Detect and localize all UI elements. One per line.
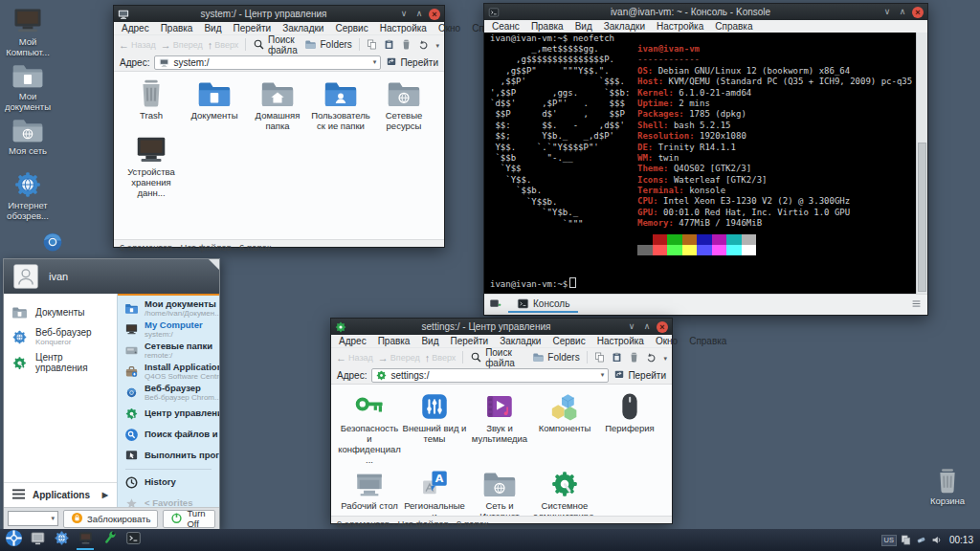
menu-item[interactable]: Окно [656,336,678,346]
kmenu-place-item[interactable]: Мои документы/home/ivan/Докумен... [118,298,219,319]
kmenu-favorite-item[interactable]: Центр управления [4,349,117,376]
go-button[interactable]: Перейти [386,55,438,69]
settings-item[interactable]: Сеть и Интернет [467,468,532,517]
settings-item[interactable]: A Региональные и специальные... [402,468,467,517]
folders-button[interactable]: Folders [532,351,579,364]
forward-button[interactable]: →Вперед [378,352,420,364]
settings-item[interactable]: Звук и мультимедиа [467,390,532,465]
menu-item[interactable]: Вид [421,336,438,346]
menu-item[interactable]: Вид [575,21,592,32]
desktop-icon[interactable]: Мои документы [0,60,56,115]
scrollbar[interactable] [916,33,927,294]
minimize-button[interactable]: ∨ [626,319,637,335]
file-item[interactable]: Сетевые ресурсы [372,77,435,131]
menu-item[interactable]: Настройка [657,21,703,32]
minimize-button[interactable]: ∨ [398,6,410,22]
settings-item[interactable]: Системное администриро... [532,468,597,517]
back-button[interactable]: ←Назад [336,352,373,364]
desktop-icon-trash[interactable]: Корзина [921,467,974,506]
chevron-down-icon[interactable]: ▾ [373,58,377,66]
address-input[interactable]: system:/ ▾ [154,55,381,70]
clock[interactable]: 00:13 [949,535,973,545]
address-input[interactable]: settings:/ ▾ [371,368,609,383]
view-mode-button[interactable]: ▾ [662,352,667,363]
terminal[interactable]: ivan@ivan-vm:~$ neofetch _,met$$$$$gg. ,… [484,33,916,294]
titlebar[interactable]: settings:/ - Центр управления ∨ ∧ × [331,319,672,335]
menu-item[interactable]: Закладки [500,336,541,346]
up-button[interactable]: ↑Вверх [208,39,239,51]
titlebar[interactable]: system:/ - Центр управления ∨ ∧ × [114,6,444,22]
kmenu-place-item[interactable]: < Favorites [118,493,219,507]
session-combobox[interactable]: ▾ [8,511,58,526]
kmenu-place-item[interactable]: Поиск файлов и п... [118,424,219,445]
maximize-button[interactable]: ∧ [641,319,653,335]
close-button[interactable]: × [912,7,924,18]
kmenu-place-item[interactable]: Сетевые папкиremote:/ [118,340,219,361]
maximize-button[interactable]: ∧ [413,6,425,22]
find-file-button[interactable]: Поиск файла [253,34,301,55]
menu-item[interactable]: Справка [715,21,752,32]
maximize-button[interactable]: ∧ [897,4,908,20]
menu-item[interactable]: Закладки [282,23,323,33]
menu-item[interactable]: Вид [204,23,221,33]
undo-button[interactable] [645,351,657,364]
file-item[interactable]: Пользовательск ие папки [309,77,372,131]
undo-button[interactable] [417,38,430,51]
applications-item[interactable]: Applications ▶ [4,482,117,507]
task-active-window[interactable] [75,530,96,550]
desktop-icon[interactable]: Мой Компьют... [0,6,56,60]
forward-button[interactable]: →Вперед [161,39,203,51]
go-button[interactable]: Перейти [613,368,666,382]
settings-item[interactable]: Компоненты [532,390,597,465]
app-menu-button[interactable] [3,530,24,550]
back-button[interactable]: ←Назад [119,39,156,51]
settings-item[interactable]: Рабочий стол [337,468,402,517]
settings-item[interactable]: Внешний вид и темы [402,390,467,465]
kmenu-place-item[interactable]: My Computersystem:/ [118,319,219,340]
menu-item[interactable]: Справка [689,336,726,346]
desktop-icon-web-browser[interactable] [38,228,67,256]
menu-item[interactable]: Адрес [122,23,149,33]
tab-konsole[interactable]: Консоль [508,295,578,313]
keyboard-layout-indicator[interactable]: US [881,535,897,546]
kmenu-favorite-item[interactable]: Веб-браузерKonqueror [4,324,117,349]
turn-off-button[interactable]: Turn Off [163,510,215,528]
find-file-button[interactable]: Поиск файла [470,347,527,368]
folders-button[interactable]: Folders [304,38,351,51]
menu-item[interactable]: Правка [378,336,411,346]
menu-item[interactable]: Правка [531,21,564,32]
menu-item[interactable]: Сервис [552,336,585,346]
kmenu-place-item[interactable]: Центр управления [118,403,219,424]
titlebar[interactable]: ivan@ivan-vm: ~ - Консоль - Konsole ∨ ∧ … [484,4,927,20]
menu-item[interactable]: Настройка [597,336,644,346]
volume-icon[interactable] [930,534,943,546]
menu-item[interactable]: Настройка [380,23,427,33]
settings-item[interactable]: Периферия [597,390,662,465]
view-mode-button[interactable]: ▾ [434,39,439,50]
close-button[interactable]: × [429,9,440,20]
menu-item[interactable]: Перейти [234,23,272,33]
clipboard-icon[interactable] [900,534,912,546]
task-konqueror[interactable] [51,530,72,550]
menu-item[interactable]: Окно [438,23,460,33]
kmenu-place-item[interactable]: History [118,472,219,493]
tab-list-icon[interactable] [910,298,923,310]
menu-item[interactable]: Сервис [335,23,368,33]
menu-item[interactable]: Правка [161,23,193,33]
menu-item[interactable]: Перейти [451,336,489,346]
up-button[interactable]: ↑Вверх [425,352,457,364]
kmenu-favorite-item[interactable]: Документы [4,300,117,324]
close-button[interactable]: × [657,321,668,333]
kmenu-place-item[interactable]: Install ApplicationsQ4OS Software Centre [118,361,219,382]
menu-item[interactable]: Сеанс [492,21,520,32]
copy-button[interactable] [366,38,378,51]
new-tab-icon[interactable] [489,298,501,310]
kmenu-place-item[interactable]: Выполнить прогр... [118,445,219,466]
lock-button[interactable]: Заблокировать [63,510,158,528]
paste-button[interactable] [611,351,623,364]
scrollbar-thumb[interactable] [918,143,926,292]
desktop-icon[interactable]: Моя сеть [0,115,56,169]
paste-button[interactable] [383,38,395,51]
chevron-down-icon[interactable]: ▾ [601,371,605,379]
file-item[interactable]: Документы [183,77,246,131]
